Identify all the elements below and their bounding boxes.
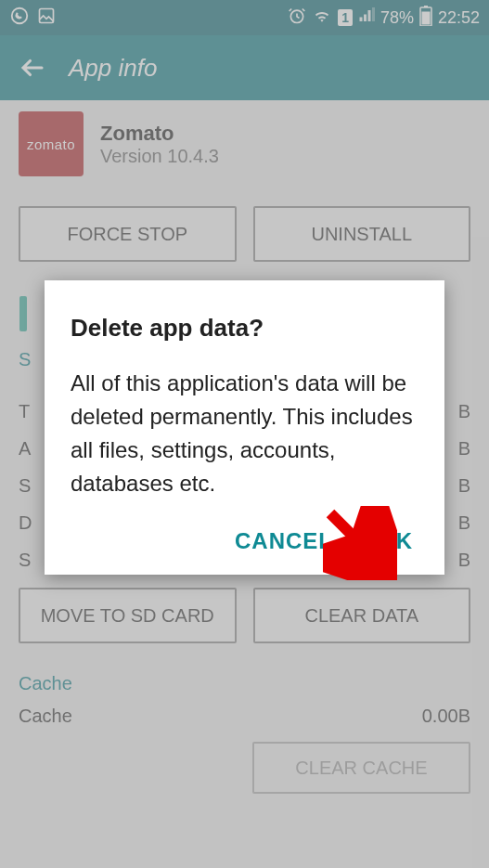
svg-point-0 bbox=[12, 7, 28, 23]
cache-label: Cache bbox=[19, 706, 72, 727]
delete-data-dialog: Delete app data? All of this application… bbox=[45, 280, 444, 575]
clear-cache-button[interactable]: CLEAR CACHE bbox=[252, 742, 470, 794]
bg-row-left: T bbox=[19, 401, 30, 422]
battery-icon bbox=[419, 6, 432, 31]
app-info-row: zomato Zomato Version 10.4.3 bbox=[0, 100, 489, 188]
page-title: App info bbox=[69, 54, 157, 83]
bg-row-right: B bbox=[458, 401, 470, 422]
bg-row-right: B bbox=[458, 512, 470, 534]
dialog-body: All of this application's data will be d… bbox=[71, 367, 418, 500]
move-to-sd-button[interactable]: MOVE TO SD CARD bbox=[19, 588, 237, 643]
status-bar: 1 78% 22:52 bbox=[0, 0, 489, 35]
bg-row-left: S bbox=[19, 550, 31, 571]
image-icon bbox=[37, 6, 56, 30]
force-stop-button[interactable]: FORCE STOP bbox=[19, 206, 237, 262]
bg-row-left: A bbox=[19, 438, 31, 460]
green-indicator bbox=[19, 296, 27, 331]
clock-time: 22:52 bbox=[438, 8, 480, 28]
cache-value: 0.00B bbox=[422, 706, 470, 727]
app-icon: zomato bbox=[19, 111, 84, 176]
header-bar: App info bbox=[0, 35, 489, 100]
app-name: Zomato bbox=[100, 122, 219, 146]
cancel-button[interactable]: CANCEL bbox=[235, 528, 333, 554]
cache-row: Cache 0.00B bbox=[0, 698, 489, 732]
app-version: Version 10.4.3 bbox=[100, 146, 219, 167]
signal-icon bbox=[358, 7, 375, 29]
whatsapp-icon bbox=[9, 6, 30, 31]
battery-pct: 78% bbox=[380, 8, 414, 28]
back-arrow-icon[interactable] bbox=[19, 54, 46, 82]
wifi-icon bbox=[312, 6, 332, 30]
svg-rect-5 bbox=[421, 11, 430, 24]
clear-data-button[interactable]: CLEAR DATA bbox=[253, 588, 471, 643]
ok-button[interactable]: OK bbox=[378, 528, 413, 554]
alarm-icon bbox=[288, 6, 306, 30]
cache-section-header: Cache bbox=[0, 662, 489, 698]
uninstall-button[interactable]: UNINSTALL bbox=[253, 206, 471, 262]
bg-row-left: S bbox=[19, 475, 31, 497]
dialog-title: Delete app data? bbox=[71, 314, 418, 343]
svg-rect-1 bbox=[40, 8, 54, 22]
bg-row-right: B bbox=[458, 438, 470, 460]
bg-row-right: B bbox=[458, 550, 470, 571]
bg-row-right: B bbox=[458, 475, 470, 497]
bg-row-left: D bbox=[19, 512, 32, 534]
svg-rect-4 bbox=[424, 6, 428, 7]
sim-icon: 1 bbox=[338, 9, 353, 26]
